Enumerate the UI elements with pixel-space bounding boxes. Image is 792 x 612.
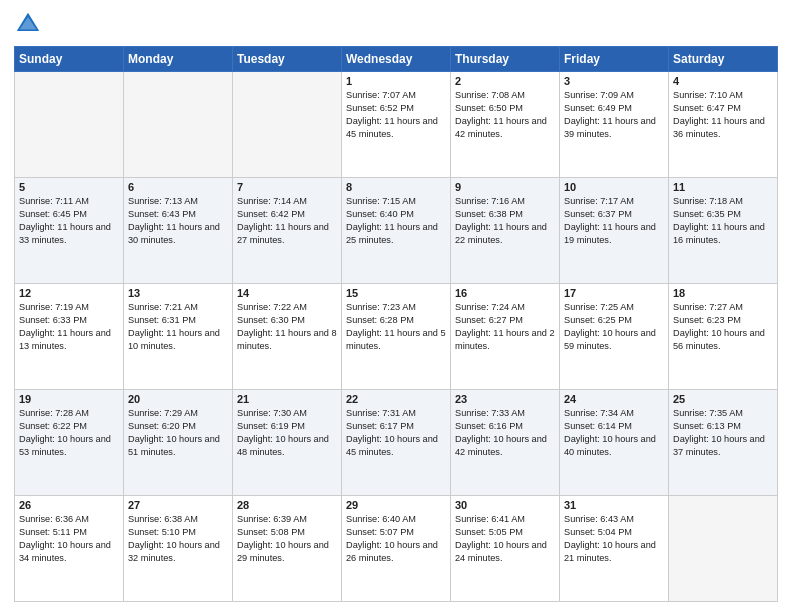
logo — [14, 10, 46, 38]
day-info: Sunrise: 7:14 AM Sunset: 6:42 PM Dayligh… — [237, 195, 337, 247]
day-cell-20: 20Sunrise: 7:29 AM Sunset: 6:20 PM Dayli… — [124, 390, 233, 496]
day-cell-13: 13Sunrise: 7:21 AM Sunset: 6:31 PM Dayli… — [124, 284, 233, 390]
day-cell-15: 15Sunrise: 7:23 AM Sunset: 6:28 PM Dayli… — [342, 284, 451, 390]
day-info: Sunrise: 7:10 AM Sunset: 6:47 PM Dayligh… — [673, 89, 773, 141]
day-info: Sunrise: 7:17 AM Sunset: 6:37 PM Dayligh… — [564, 195, 664, 247]
day-number: 14 — [237, 287, 337, 299]
weekday-header-sunday: Sunday — [15, 47, 124, 72]
day-cell-29: 29Sunrise: 6:40 AM Sunset: 5:07 PM Dayli… — [342, 496, 451, 602]
day-info: Sunrise: 7:33 AM Sunset: 6:16 PM Dayligh… — [455, 407, 555, 459]
day-info: Sunrise: 7:15 AM Sunset: 6:40 PM Dayligh… — [346, 195, 446, 247]
day-number: 3 — [564, 75, 664, 87]
week-row-3: 12Sunrise: 7:19 AM Sunset: 6:33 PM Dayli… — [15, 284, 778, 390]
weekday-header-row: SundayMondayTuesdayWednesdayThursdayFrid… — [15, 47, 778, 72]
weekday-header-thursday: Thursday — [451, 47, 560, 72]
day-number: 10 — [564, 181, 664, 193]
empty-cell — [124, 72, 233, 178]
day-cell-4: 4Sunrise: 7:10 AM Sunset: 6:47 PM Daylig… — [669, 72, 778, 178]
day-number: 18 — [673, 287, 773, 299]
day-number: 20 — [128, 393, 228, 405]
day-number: 19 — [19, 393, 119, 405]
day-info: Sunrise: 7:21 AM Sunset: 6:31 PM Dayligh… — [128, 301, 228, 353]
day-number: 26 — [19, 499, 119, 511]
day-cell-23: 23Sunrise: 7:33 AM Sunset: 6:16 PM Dayli… — [451, 390, 560, 496]
day-info: Sunrise: 7:24 AM Sunset: 6:27 PM Dayligh… — [455, 301, 555, 353]
page: SundayMondayTuesdayWednesdayThursdayFrid… — [0, 0, 792, 612]
day-cell-1: 1Sunrise: 7:07 AM Sunset: 6:52 PM Daylig… — [342, 72, 451, 178]
day-info: Sunrise: 7:16 AM Sunset: 6:38 PM Dayligh… — [455, 195, 555, 247]
day-number: 31 — [564, 499, 664, 511]
day-number: 4 — [673, 75, 773, 87]
weekday-header-friday: Friday — [560, 47, 669, 72]
logo-icon — [14, 10, 42, 38]
day-info: Sunrise: 7:31 AM Sunset: 6:17 PM Dayligh… — [346, 407, 446, 459]
empty-cell — [15, 72, 124, 178]
day-number: 11 — [673, 181, 773, 193]
day-info: Sunrise: 7:30 AM Sunset: 6:19 PM Dayligh… — [237, 407, 337, 459]
day-number: 24 — [564, 393, 664, 405]
day-info: Sunrise: 7:09 AM Sunset: 6:49 PM Dayligh… — [564, 89, 664, 141]
day-cell-2: 2Sunrise: 7:08 AM Sunset: 6:50 PM Daylig… — [451, 72, 560, 178]
day-info: Sunrise: 7:28 AM Sunset: 6:22 PM Dayligh… — [19, 407, 119, 459]
day-number: 9 — [455, 181, 555, 193]
day-info: Sunrise: 7:11 AM Sunset: 6:45 PM Dayligh… — [19, 195, 119, 247]
day-cell-6: 6Sunrise: 7:13 AM Sunset: 6:43 PM Daylig… — [124, 178, 233, 284]
header — [14, 10, 778, 38]
day-info: Sunrise: 7:34 AM Sunset: 6:14 PM Dayligh… — [564, 407, 664, 459]
day-info: Sunrise: 7:07 AM Sunset: 6:52 PM Dayligh… — [346, 89, 446, 141]
day-info: Sunrise: 7:22 AM Sunset: 6:30 PM Dayligh… — [237, 301, 337, 353]
day-number: 25 — [673, 393, 773, 405]
day-info: Sunrise: 7:19 AM Sunset: 6:33 PM Dayligh… — [19, 301, 119, 353]
week-row-1: 1Sunrise: 7:07 AM Sunset: 6:52 PM Daylig… — [15, 72, 778, 178]
day-number: 22 — [346, 393, 446, 405]
day-info: Sunrise: 7:18 AM Sunset: 6:35 PM Dayligh… — [673, 195, 773, 247]
day-number: 16 — [455, 287, 555, 299]
day-number: 6 — [128, 181, 228, 193]
day-number: 1 — [346, 75, 446, 87]
day-number: 12 — [19, 287, 119, 299]
day-number: 2 — [455, 75, 555, 87]
weekday-header-saturday: Saturday — [669, 47, 778, 72]
day-info: Sunrise: 6:41 AM Sunset: 5:05 PM Dayligh… — [455, 513, 555, 565]
day-cell-26: 26Sunrise: 6:36 AM Sunset: 5:11 PM Dayli… — [15, 496, 124, 602]
day-cell-25: 25Sunrise: 7:35 AM Sunset: 6:13 PM Dayli… — [669, 390, 778, 496]
day-cell-24: 24Sunrise: 7:34 AM Sunset: 6:14 PM Dayli… — [560, 390, 669, 496]
day-info: Sunrise: 7:08 AM Sunset: 6:50 PM Dayligh… — [455, 89, 555, 141]
day-cell-17: 17Sunrise: 7:25 AM Sunset: 6:25 PM Dayli… — [560, 284, 669, 390]
day-cell-5: 5Sunrise: 7:11 AM Sunset: 6:45 PM Daylig… — [15, 178, 124, 284]
day-number: 29 — [346, 499, 446, 511]
day-info: Sunrise: 6:40 AM Sunset: 5:07 PM Dayligh… — [346, 513, 446, 565]
calendar: SundayMondayTuesdayWednesdayThursdayFrid… — [14, 46, 778, 602]
empty-cell — [669, 496, 778, 602]
day-info: Sunrise: 6:36 AM Sunset: 5:11 PM Dayligh… — [19, 513, 119, 565]
day-info: Sunrise: 7:23 AM Sunset: 6:28 PM Dayligh… — [346, 301, 446, 353]
day-number: 27 — [128, 499, 228, 511]
day-cell-27: 27Sunrise: 6:38 AM Sunset: 5:10 PM Dayli… — [124, 496, 233, 602]
day-cell-14: 14Sunrise: 7:22 AM Sunset: 6:30 PM Dayli… — [233, 284, 342, 390]
day-info: Sunrise: 7:29 AM Sunset: 6:20 PM Dayligh… — [128, 407, 228, 459]
day-info: Sunrise: 6:38 AM Sunset: 5:10 PM Dayligh… — [128, 513, 228, 565]
weekday-header-tuesday: Tuesday — [233, 47, 342, 72]
week-row-2: 5Sunrise: 7:11 AM Sunset: 6:45 PM Daylig… — [15, 178, 778, 284]
empty-cell — [233, 72, 342, 178]
week-row-4: 19Sunrise: 7:28 AM Sunset: 6:22 PM Dayli… — [15, 390, 778, 496]
day-cell-31: 31Sunrise: 6:43 AM Sunset: 5:04 PM Dayli… — [560, 496, 669, 602]
weekday-header-wednesday: Wednesday — [342, 47, 451, 72]
day-cell-11: 11Sunrise: 7:18 AM Sunset: 6:35 PM Dayli… — [669, 178, 778, 284]
day-cell-22: 22Sunrise: 7:31 AM Sunset: 6:17 PM Dayli… — [342, 390, 451, 496]
weekday-header-monday: Monday — [124, 47, 233, 72]
day-info: Sunrise: 7:25 AM Sunset: 6:25 PM Dayligh… — [564, 301, 664, 353]
day-info: Sunrise: 7:35 AM Sunset: 6:13 PM Dayligh… — [673, 407, 773, 459]
day-number: 17 — [564, 287, 664, 299]
day-info: Sunrise: 7:27 AM Sunset: 6:23 PM Dayligh… — [673, 301, 773, 353]
day-cell-16: 16Sunrise: 7:24 AM Sunset: 6:27 PM Dayli… — [451, 284, 560, 390]
day-info: Sunrise: 6:43 AM Sunset: 5:04 PM Dayligh… — [564, 513, 664, 565]
day-number: 21 — [237, 393, 337, 405]
day-cell-7: 7Sunrise: 7:14 AM Sunset: 6:42 PM Daylig… — [233, 178, 342, 284]
day-cell-10: 10Sunrise: 7:17 AM Sunset: 6:37 PM Dayli… — [560, 178, 669, 284]
day-info: Sunrise: 7:13 AM Sunset: 6:43 PM Dayligh… — [128, 195, 228, 247]
day-number: 23 — [455, 393, 555, 405]
day-cell-19: 19Sunrise: 7:28 AM Sunset: 6:22 PM Dayli… — [15, 390, 124, 496]
day-number: 7 — [237, 181, 337, 193]
day-number: 28 — [237, 499, 337, 511]
